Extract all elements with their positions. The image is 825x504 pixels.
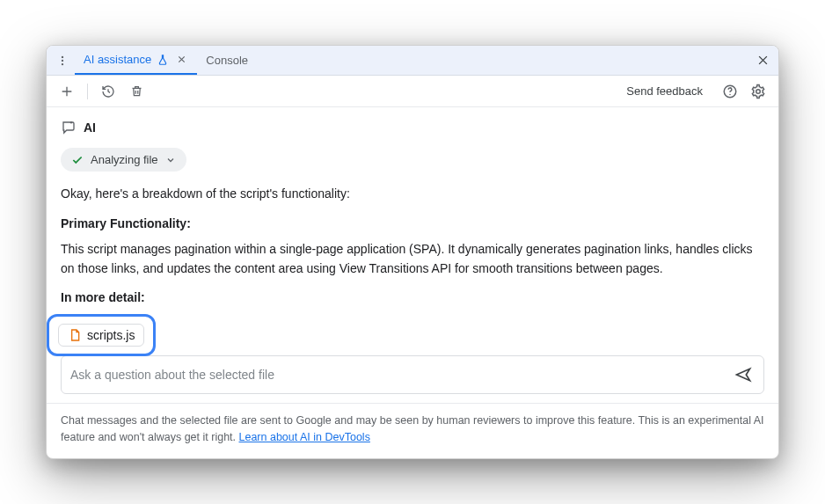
tab-label: AI assistance [84,53,151,66]
settings-button[interactable] [747,80,770,103]
kebab-icon [56,55,69,67]
gear-icon [750,84,766,99]
toolbar: Send feedback [47,76,778,107]
response-intro: Okay, here's a breakdown of the script's… [61,184,764,203]
help-icon [722,84,738,99]
flask-icon [157,54,169,66]
panel-close-button[interactable] [750,48,775,73]
selected-file-name: scripts.js [87,328,135,342]
send-button[interactable] [732,363,755,386]
send-feedback-link[interactable]: Send feedback [626,84,703,98]
tab-ai-assistance[interactable]: AI assistance [75,46,197,75]
tab-close-button[interactable] [174,53,188,67]
response-heading-primary: Primary Functionality: [61,216,764,230]
chevron-down-icon [165,155,176,165]
new-chat-button[interactable] [55,80,78,103]
close-icon [177,55,186,64]
status-label: Analyzing file [91,153,158,166]
chat-content: AI Analyzing file Okay, here's a breakdo… [47,107,778,304]
disclaimer-link[interactable]: Learn about AI in DevTools [239,431,370,443]
close-icon [756,54,770,67]
tab-label: Console [206,54,248,67]
file-icon [68,328,82,342]
ai-title: AI [84,121,96,135]
history-icon [101,84,115,99]
svg-point-1 [62,59,63,61]
status-pill[interactable]: Analyzing file [61,148,186,172]
response-heading-detail: In more detail: [61,290,764,304]
devtools-panel: AI assistance Console Send feedback [46,45,779,459]
selected-file-highlight: scripts.js [47,314,156,356]
trash-icon [130,84,143,98]
disclaimer-text: Chat messages and the selected file are … [61,414,764,443]
plus-icon [60,84,74,99]
tab-bar: AI assistance Console [47,46,778,76]
check-icon [71,154,84,166]
more-options-button[interactable] [54,52,71,69]
response-paragraph: This script manages pagination within a … [61,239,764,279]
svg-point-4 [729,93,731,95]
svg-point-2 [62,63,63,65]
send-icon [734,366,752,383]
history-button[interactable] [97,80,120,103]
ai-response-header: AI [61,120,764,135]
svg-point-5 [756,89,761,93]
sparkle-chat-icon [61,120,77,135]
toolbar-divider [87,84,88,99]
chat-input[interactable] [70,368,732,382]
tab-console[interactable]: Console [197,46,257,75]
help-button[interactable] [719,80,741,103]
chat-input-row [61,355,764,394]
svg-point-0 [62,55,63,57]
delete-button[interactable] [125,80,148,103]
selected-file-chip[interactable]: scripts.js [58,324,144,347]
disclaimer: Chat messages and the selected file are … [47,403,778,458]
